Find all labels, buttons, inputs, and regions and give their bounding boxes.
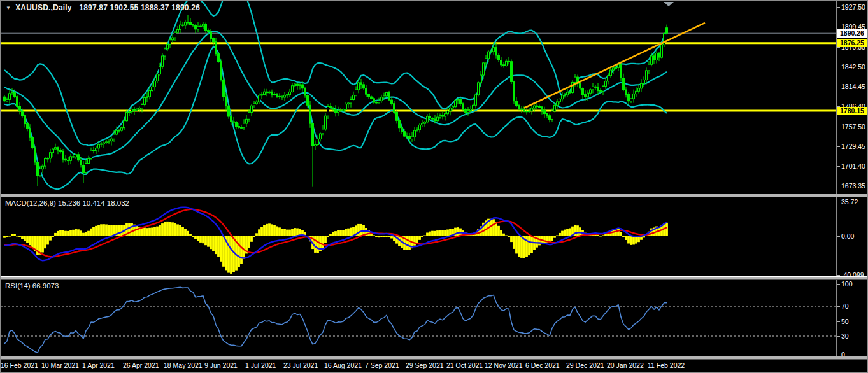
candle-body (437, 117, 439, 121)
candle-body (391, 100, 393, 104)
macd-histogram-bar (90, 229, 92, 236)
macd-histogram-bar (21, 236, 24, 239)
candle-body (373, 99, 375, 102)
macd-histogram-bar (194, 236, 197, 239)
candle-body (363, 85, 365, 88)
rsi-tick-label: 30 (841, 332, 849, 340)
candle-body (96, 148, 97, 151)
candle-body (534, 106, 536, 108)
macd-histogram-bar (169, 222, 171, 236)
candle-body (266, 92, 268, 93)
candle-body (32, 137, 34, 148)
macd-histogram-bar (383, 236, 385, 237)
candle-body (169, 40, 171, 45)
candle-body (597, 87, 599, 91)
macd-histogram-bar (278, 227, 281, 236)
candle-body (394, 104, 395, 113)
candle-body (562, 95, 564, 99)
macd-histogram-bar (446, 230, 449, 237)
chart-dropdown-icon[interactable]: ▼ (6, 5, 11, 11)
macd-histogram-bar (665, 223, 668, 236)
panel-separator-macd[interactable] (1, 194, 868, 197)
candle-body (605, 81, 607, 87)
macd-histogram-bar (271, 224, 273, 236)
date-label: 23 Jul 2021 (283, 362, 318, 369)
candle-body (83, 165, 85, 173)
macd-histogram-bar (322, 236, 324, 248)
macd-histogram-bar (159, 225, 161, 236)
candle-body (118, 130, 120, 131)
candle-body (299, 85, 301, 85)
date-label: 12 Nov 2021 (485, 362, 523, 369)
candle-body (17, 97, 18, 107)
macd-histogram-bar (327, 236, 329, 237)
candle-body (636, 91, 637, 94)
candle-body (330, 107, 332, 108)
macd-histogram-bar (161, 223, 164, 236)
rsi-line (4, 287, 667, 353)
candle-body (269, 92, 271, 92)
candle-body (281, 97, 283, 97)
macd-histogram-bar (561, 231, 564, 236)
candle-body (376, 102, 378, 103)
price-axis[interactable]: 1927.501899.451870.551842.501814.451786.… (837, 1, 868, 360)
candle-body (350, 100, 352, 104)
macd-histogram-bar (87, 231, 90, 236)
candle-body (358, 83, 360, 90)
candle-body (457, 100, 459, 101)
panel-separator-dates[interactable] (1, 356, 868, 360)
macd-histogram-bar (215, 236, 217, 254)
macd-histogram-bar (564, 230, 566, 236)
macd-histogram-bar (24, 236, 26, 241)
candle-body (11, 92, 13, 94)
candle-body (205, 24, 207, 31)
rsi-panel-canvas[interactable] (1, 280, 836, 356)
candle-body (279, 96, 281, 97)
candles (4, 15, 668, 186)
candle-body (531, 108, 533, 111)
macd-histogram-bar (604, 234, 607, 236)
macd-histogram-bar (197, 236, 199, 241)
macd-histogram-bar (518, 236, 520, 257)
candle-body (42, 166, 44, 169)
macd-histogram-bar (54, 233, 57, 236)
macd-histogram-bar (128, 223, 131, 236)
macd-histogram-bar (110, 225, 113, 236)
candle-body (264, 92, 266, 94)
candle-body (203, 24, 204, 26)
scroll-to-end-marker-icon[interactable] (664, 2, 674, 6)
candle-body (322, 129, 324, 134)
macd-tick-mark (837, 275, 840, 276)
candle-body (37, 162, 39, 176)
macd-histogram-bar (283, 229, 286, 236)
macd-histogram-bar (288, 230, 291, 236)
candle-body (503, 65, 505, 66)
macd-histogram-bar (179, 225, 181, 236)
date-label: 1 Jul 2021 (245, 362, 276, 369)
candle-body (580, 83, 581, 88)
macd-histogram-bar (615, 229, 617, 236)
candle-body (111, 139, 113, 141)
macd-histogram-bar (108, 225, 110, 236)
macd-histogram-bar (176, 224, 179, 236)
time-axis[interactable]: 16 Feb 202110 Mar 20211 Apr 202126 Apr 2… (1, 360, 837, 373)
price-chart-canvas[interactable] (1, 1, 836, 194)
candle-body (585, 95, 587, 97)
macd-histogram-bar (266, 224, 268, 236)
macd-histogram-bar (332, 232, 334, 236)
macd-histogram-bar (622, 236, 625, 237)
price-tick-label: 1701.40 (841, 162, 865, 170)
candle-body (180, 25, 181, 29)
macd-histogram-bar (156, 227, 159, 236)
macd-histogram-bar (339, 230, 342, 236)
candle-body (190, 22, 192, 25)
rsi-tick-mark (837, 321, 840, 322)
candle-body (172, 38, 174, 40)
macd-histogram-bar (210, 236, 212, 249)
candle-body (340, 111, 342, 111)
candle-body (98, 144, 100, 148)
panel-separator-rsi[interactable] (1, 276, 868, 280)
macd-panel-canvas[interactable] (1, 197, 836, 276)
candle-body (325, 116, 327, 129)
macd-histogram-bar (431, 231, 434, 236)
